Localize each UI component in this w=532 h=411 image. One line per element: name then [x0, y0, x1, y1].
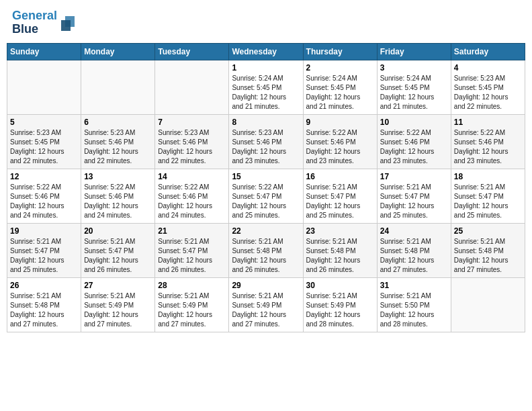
svg-marker-1 [61, 20, 71, 31]
day-number: 10 [380, 118, 448, 127]
calendar-cell: 8Sunrise: 5:23 AM Sunset: 5:46 PM Daylig… [229, 114, 303, 169]
day-info: Sunrise: 5:21 AM Sunset: 5:48 PM Dayligh… [10, 291, 78, 329]
day-info: Sunrise: 5:21 AM Sunset: 5:47 PM Dayligh… [84, 237, 152, 275]
day-number: 16 [306, 172, 374, 181]
calendar-cell: 21Sunrise: 5:21 AM Sunset: 5:47 PM Dayli… [155, 223, 229, 277]
day-number: 29 [232, 281, 300, 290]
weekday-header-wednesday: Wednesday [229, 43, 303, 60]
day-number: 31 [380, 281, 448, 290]
calendar-cell: 31Sunrise: 5:21 AM Sunset: 5:50 PM Dayli… [377, 277, 451, 332]
day-info: Sunrise: 5:23 AM Sunset: 5:45 PM Dayligh… [454, 74, 522, 111]
day-number: 6 [84, 118, 152, 127]
calendar-cell [155, 60, 229, 114]
day-info: Sunrise: 5:21 AM Sunset: 5:47 PM Dayligh… [454, 183, 522, 220]
day-number: 26 [10, 281, 78, 290]
calendar-table: SundayMondayTuesdayWednesdayThursdayFrid… [7, 43, 525, 332]
day-number: 20 [84, 226, 152, 236]
calendar-cell: 22Sunrise: 5:21 AM Sunset: 5:48 PM Dayli… [229, 223, 303, 277]
day-info: Sunrise: 5:24 AM Sunset: 5:45 PM Dayligh… [380, 74, 448, 111]
calendar-cell: 29Sunrise: 5:21 AM Sunset: 5:49 PM Dayli… [229, 277, 303, 332]
weekday-header-saturday: Saturday [451, 43, 525, 60]
calendar-cell: 14Sunrise: 5:22 AM Sunset: 5:46 PM Dayli… [155, 169, 229, 223]
day-number: 13 [84, 172, 152, 181]
logo-icon [58, 13, 77, 32]
day-info: Sunrise: 5:22 AM Sunset: 5:46 PM Dayligh… [158, 183, 226, 220]
day-info: Sunrise: 5:24 AM Sunset: 5:45 PM Dayligh… [232, 74, 300, 111]
weekday-header-monday: Monday [81, 43, 155, 60]
calendar-cell: 1Sunrise: 5:24 AM Sunset: 5:45 PM Daylig… [229, 60, 303, 114]
calendar-cell: 2Sunrise: 5:24 AM Sunset: 5:45 PM Daylig… [303, 60, 377, 114]
day-info: Sunrise: 5:22 AM Sunset: 5:46 PM Dayligh… [454, 128, 522, 166]
calendar-cell: 13Sunrise: 5:22 AM Sunset: 5:46 PM Dayli… [81, 169, 155, 223]
day-info: Sunrise: 5:22 AM Sunset: 5:46 PM Dayligh… [306, 128, 374, 166]
day-info: Sunrise: 5:23 AM Sunset: 5:46 PM Dayligh… [232, 128, 300, 166]
weekday-header-sunday: Sunday [7, 43, 81, 60]
calendar-week-row: 26Sunrise: 5:21 AM Sunset: 5:48 PM Dayli… [7, 277, 525, 332]
calendar-cell: 9Sunrise: 5:22 AM Sunset: 5:46 PM Daylig… [303, 114, 377, 169]
day-info: Sunrise: 5:21 AM Sunset: 5:48 PM Dayligh… [454, 237, 522, 275]
day-number: 9 [306, 118, 374, 127]
day-number: 7 [158, 118, 226, 127]
calendar-week-row: 1Sunrise: 5:24 AM Sunset: 5:45 PM Daylig… [7, 60, 525, 114]
weekday-header-tuesday: Tuesday [155, 43, 229, 60]
day-number: 17 [380, 172, 448, 181]
calendar-cell: 11Sunrise: 5:22 AM Sunset: 5:46 PM Dayli… [451, 114, 525, 169]
day-info: Sunrise: 5:21 AM Sunset: 5:50 PM Dayligh… [380, 291, 448, 329]
day-number: 8 [232, 118, 300, 127]
calendar-header-row: SundayMondayTuesdayWednesdayThursdayFrid… [7, 43, 525, 60]
day-number: 22 [232, 226, 300, 236]
day-info: Sunrise: 5:21 AM Sunset: 5:49 PM Dayligh… [158, 291, 226, 329]
day-info: Sunrise: 5:23 AM Sunset: 5:46 PM Dayligh… [158, 128, 226, 166]
day-info: Sunrise: 5:21 AM Sunset: 5:47 PM Dayligh… [158, 237, 226, 275]
calendar-cell: 27Sunrise: 5:21 AM Sunset: 5:49 PM Dayli… [81, 277, 155, 332]
weekday-header-thursday: Thursday [303, 43, 377, 60]
calendar-week-row: 12Sunrise: 5:22 AM Sunset: 5:46 PM Dayli… [7, 169, 525, 223]
day-number: 18 [454, 172, 522, 181]
logo-text: General Blue [12, 9, 57, 36]
calendar-cell [81, 60, 155, 114]
day-info: Sunrise: 5:21 AM Sunset: 5:49 PM Dayligh… [232, 291, 300, 329]
day-number: 27 [84, 281, 152, 290]
day-info: Sunrise: 5:23 AM Sunset: 5:46 PM Dayligh… [84, 128, 152, 166]
calendar-cell: 7Sunrise: 5:23 AM Sunset: 5:46 PM Daylig… [155, 114, 229, 169]
day-info: Sunrise: 5:21 AM Sunset: 5:49 PM Dayligh… [84, 291, 152, 329]
day-number: 12 [10, 172, 78, 181]
calendar-cell: 6Sunrise: 5:23 AM Sunset: 5:46 PM Daylig… [81, 114, 155, 169]
day-number: 4 [454, 63, 522, 73]
calendar-cell [7, 60, 81, 114]
calendar-cell: 30Sunrise: 5:21 AM Sunset: 5:49 PM Dayli… [303, 277, 377, 332]
day-number: 15 [232, 172, 300, 181]
calendar-cell: 16Sunrise: 5:21 AM Sunset: 5:47 PM Dayli… [303, 169, 377, 223]
calendar-cell: 12Sunrise: 5:22 AM Sunset: 5:46 PM Dayli… [7, 169, 81, 223]
calendar-cell: 19Sunrise: 5:21 AM Sunset: 5:47 PM Dayli… [7, 223, 81, 277]
calendar-cell: 28Sunrise: 5:21 AM Sunset: 5:49 PM Dayli… [155, 277, 229, 332]
calendar-cell: 4Sunrise: 5:23 AM Sunset: 5:45 PM Daylig… [451, 60, 525, 114]
day-number: 23 [306, 226, 374, 236]
day-info: Sunrise: 5:22 AM Sunset: 5:46 PM Dayligh… [84, 183, 152, 220]
weekday-header-friday: Friday [377, 43, 451, 60]
calendar-cell: 25Sunrise: 5:21 AM Sunset: 5:48 PM Dayli… [451, 223, 525, 277]
calendar-week-row: 19Sunrise: 5:21 AM Sunset: 5:47 PM Dayli… [7, 223, 525, 277]
day-info: Sunrise: 5:21 AM Sunset: 5:49 PM Dayligh… [306, 291, 374, 329]
day-number: 5 [10, 118, 78, 127]
day-number: 25 [454, 226, 522, 236]
day-number: 3 [380, 63, 448, 73]
day-info: Sunrise: 5:21 AM Sunset: 5:48 PM Dayligh… [232, 237, 300, 275]
calendar-cell: 24Sunrise: 5:21 AM Sunset: 5:48 PM Dayli… [377, 223, 451, 277]
day-number: 1 [232, 63, 300, 73]
logo: General Blue [12, 9, 77, 36]
calendar-cell: 26Sunrise: 5:21 AM Sunset: 5:48 PM Dayli… [7, 277, 81, 332]
day-number: 24 [380, 226, 448, 236]
day-info: Sunrise: 5:23 AM Sunset: 5:45 PM Dayligh… [10, 128, 78, 166]
calendar-cell: 23Sunrise: 5:21 AM Sunset: 5:48 PM Dayli… [303, 223, 377, 277]
calendar-cell: 3Sunrise: 5:24 AM Sunset: 5:45 PM Daylig… [377, 60, 451, 114]
day-info: Sunrise: 5:21 AM Sunset: 5:47 PM Dayligh… [380, 183, 448, 220]
calendar-cell [451, 277, 525, 332]
day-info: Sunrise: 5:24 AM Sunset: 5:45 PM Dayligh… [306, 74, 374, 111]
day-number: 30 [306, 281, 374, 290]
day-number: 28 [158, 281, 226, 290]
calendar-week-row: 5Sunrise: 5:23 AM Sunset: 5:45 PM Daylig… [7, 114, 525, 169]
day-number: 14 [158, 172, 226, 181]
day-info: Sunrise: 5:21 AM Sunset: 5:48 PM Dayligh… [380, 237, 448, 275]
day-info: Sunrise: 5:22 AM Sunset: 5:47 PM Dayligh… [232, 183, 300, 220]
